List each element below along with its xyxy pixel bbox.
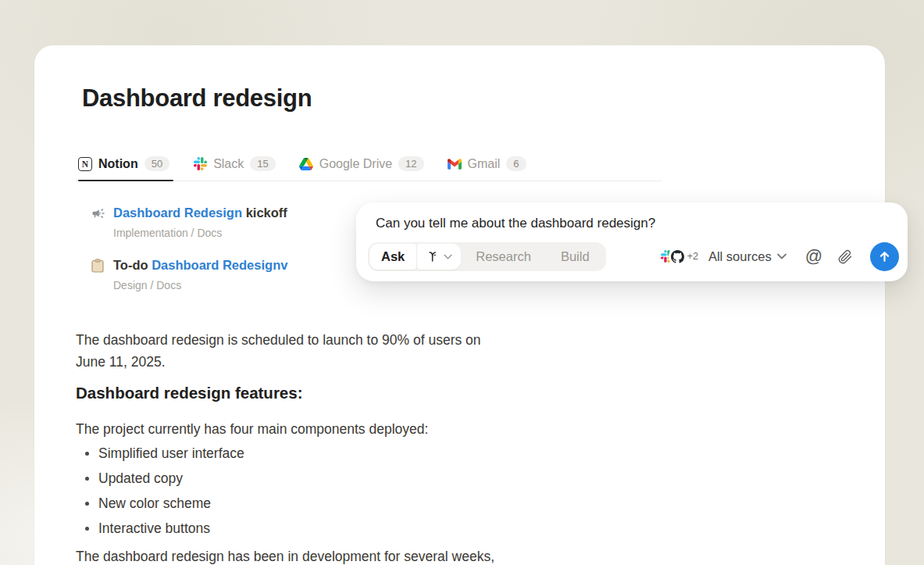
google-drive-icon xyxy=(299,157,313,171)
result-row-kickoff[interactable]: Dashboard Redesign kickoff Implementatio… xyxy=(91,206,287,239)
arrow-up-icon xyxy=(878,250,891,263)
list-item: Simplified user interface xyxy=(85,441,244,466)
tab-notion-label: Notion xyxy=(98,157,138,171)
page-title: Dashboard redesign xyxy=(82,84,312,113)
doc-paragraph-components: The project currently has four main comp… xyxy=(76,419,560,441)
clipboard-icon xyxy=(91,259,105,273)
doc-heading-features: Dashboard redesign features: xyxy=(76,384,303,402)
source-tabs: N Notion 50 Slack 15 xyxy=(78,156,526,171)
tab-gmail-count: 6 xyxy=(506,156,526,171)
mode-build-button[interactable]: Build xyxy=(546,244,605,270)
result-breadcrumb: Implementation / Docs xyxy=(113,227,287,239)
list-item: Interactive buttons xyxy=(85,516,244,541)
result-title-prefix: To-do xyxy=(113,258,152,272)
extra-sources-count: +2 xyxy=(687,251,698,262)
github-source-icon xyxy=(670,249,686,264)
app-background: Dashboard redesign N Notion 50 Slack 15 xyxy=(0,0,924,565)
active-tab-underline xyxy=(78,180,173,182)
all-sources-dropdown[interactable]: All sources xyxy=(708,249,787,264)
bullet-dot xyxy=(85,477,89,481)
tab-slack-count: 15 xyxy=(250,156,275,171)
ask-input[interactable]: Can you tell me about the dashboard rede… xyxy=(376,216,655,231)
tab-slack-label: Slack xyxy=(213,157,244,171)
doc-paragraph-launch: The dashboard redesign is scheduled to l… xyxy=(76,330,504,373)
list-item-text: Simplified user interface xyxy=(98,445,244,462)
list-item-text: Interactive buttons xyxy=(98,520,210,537)
notion-ai-face-icon xyxy=(426,250,439,263)
paperclip-icon xyxy=(837,249,853,264)
result-link[interactable]: Dashboard Redesign xyxy=(113,206,242,220)
mode-ask-button[interactable]: Ask xyxy=(369,244,416,270)
tab-google-drive[interactable]: Google Drive 12 xyxy=(299,156,424,171)
bullet-dot xyxy=(85,452,89,456)
list-item: New color scheme xyxy=(85,491,244,516)
feature-list: Simplified user interface Updated copy N… xyxy=(85,441,244,541)
list-item-text: Updated copy xyxy=(98,470,183,487)
connected-sources[interactable]: +2 xyxy=(661,249,698,264)
tab-google-drive-label: Google Drive xyxy=(319,157,392,171)
result-title-suffix: kickoff xyxy=(242,206,287,220)
result-title: To-do Dashboard Redesignv xyxy=(113,258,287,273)
result-title: Dashboard Redesign kickoff xyxy=(113,206,287,220)
result-breadcrumb: Design / Docs xyxy=(113,279,287,291)
at-sign-icon: @ xyxy=(805,246,822,266)
ask-toolbar: Ask Research Build xyxy=(368,241,899,271)
megaphone-icon xyxy=(91,206,105,220)
tab-notion[interactable]: N Notion 50 xyxy=(78,156,169,171)
result-row-todo[interactable]: To-do Dashboard Redesignv Design / Docs xyxy=(91,258,287,291)
mention-button[interactable]: @ xyxy=(805,248,822,265)
all-sources-label: All sources xyxy=(708,249,772,264)
chevron-down-icon xyxy=(444,254,452,259)
model-selector-dropdown[interactable] xyxy=(417,244,461,270)
ask-panel: Can you tell me about the dashboard rede… xyxy=(356,202,908,281)
tab-gmail-label: Gmail xyxy=(468,157,501,171)
mode-research-button[interactable]: Research xyxy=(461,244,546,270)
tab-slack[interactable]: Slack 15 xyxy=(193,156,276,171)
mode-switcher: Ask Research Build xyxy=(368,242,606,271)
slack-icon xyxy=(193,157,207,171)
gmail-icon xyxy=(448,157,462,171)
ask-actions: +2 All sources @ xyxy=(661,242,899,271)
result-link[interactable]: Dashboard Redesignv xyxy=(152,258,287,272)
attach-button[interactable] xyxy=(837,249,853,264)
bullet-dot xyxy=(85,527,89,531)
tab-google-drive-count: 12 xyxy=(398,156,423,171)
list-item: Updated copy xyxy=(85,466,244,491)
bullet-dot xyxy=(85,502,89,506)
doc-paragraph-development: The dashboard redesign has been in devel… xyxy=(76,546,576,565)
tab-notion-count: 50 xyxy=(144,156,169,171)
tab-gmail[interactable]: Gmail 6 xyxy=(448,156,526,171)
list-item-text: New color scheme xyxy=(98,495,211,512)
send-button[interactable] xyxy=(870,242,899,271)
notion-icon: N xyxy=(78,157,92,171)
chevron-down-icon xyxy=(777,253,787,259)
